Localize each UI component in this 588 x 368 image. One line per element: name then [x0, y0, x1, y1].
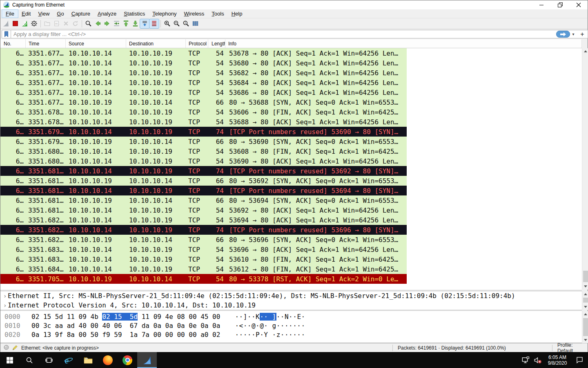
menu-file[interactable]: File	[2, 10, 18, 18]
capture-comment-icon[interactable]	[12, 345, 18, 352]
taskbar-file-explorer-button[interactable]	[78, 352, 98, 368]
capture-options-button[interactable]	[29, 19, 39, 28]
go-back-button[interactable]	[93, 19, 102, 28]
taskbar-search-button[interactable]	[20, 352, 39, 368]
scroll-down-button[interactable]	[582, 304, 588, 310]
taskbar-start-button[interactable]	[0, 352, 20, 368]
packet-row[interactable]: 6…3351.682…10.10.10.1910.10.10.14TCP6680…	[0, 235, 407, 245]
packet-row[interactable]: 6…3351.677…10.10.10.1410.10.10.19TCP5453…	[0, 58, 407, 68]
packet-row[interactable]: 6…3351.678…10.10.10.1410.10.10.19TCP5453…	[0, 117, 407, 127]
menu-capture[interactable]: Capture	[68, 10, 94, 18]
taskbar-chrome-button[interactable]	[118, 352, 137, 368]
packet-row[interactable]: 6…3351.677…10.10.10.1910.10.10.14TCP6680…	[0, 97, 407, 107]
hex-bytes[interactable]: 00 3c aa ad 40 00 40 06 67 da 0a 0a 0a 0…	[24, 322, 220, 330]
scrollbar-thumb[interactable]	[583, 271, 588, 282]
minimize-button[interactable]	[532, 0, 551, 9]
hex-bytes[interactable]: 02 15 5d 11 09 4b 02 15 5d 11 09 4e 08 0…	[24, 313, 220, 321]
menu-go[interactable]: Go	[53, 10, 67, 18]
column-header-no[interactable]: No.	[0, 39, 26, 48]
expand-chevron-icon[interactable]: ›	[0, 293, 8, 299]
menu-statistics[interactable]: Statistics	[120, 10, 149, 18]
zoom-original-button[interactable]: 1	[181, 19, 191, 28]
scroll-up-button[interactable]	[582, 311, 588, 317]
column-header-destination[interactable]: Destination	[126, 39, 186, 48]
packet-row[interactable]: 6…3351.682…10.10.10.1410.10.10.19TCP5453…	[0, 215, 407, 225]
hex-ascii[interactable]: ·<··@·@· g·······	[220, 322, 305, 330]
menu-telephony[interactable]: Telephony	[149, 10, 180, 18]
tray-volume-muted-icon[interactable]	[532, 357, 544, 364]
taskbar-firefox-button[interactable]	[98, 352, 118, 368]
zoom-in-button[interactable]	[163, 19, 172, 28]
menu-wireless[interactable]: Wireless	[180, 10, 208, 18]
colorize-button[interactable]	[149, 19, 159, 28]
filter-bookmark-button[interactable]	[2, 30, 11, 38]
column-header-length[interactable]: Length	[208, 39, 225, 48]
packet-list-scrollbar[interactable]	[582, 48, 588, 289]
resize-columns-button[interactable]	[191, 19, 200, 28]
packet-row[interactable]: 6…3351.681…10.10.10.1910.10.10.14TCP6680…	[0, 176, 407, 186]
go-bottom-button[interactable]	[131, 19, 140, 28]
taskbar-wireshark-button[interactable]	[137, 352, 157, 368]
packet-row[interactable]: 6…3351.681…10.10.10.1410.10.10.19TCP5453…	[0, 205, 407, 215]
packet-row[interactable]: 6…3351.677…10.10.10.1410.10.10.19TCP5453…	[0, 68, 407, 78]
filter-dropdown-caret[interactable]: ▾	[570, 30, 577, 38]
go-top-button[interactable]	[121, 19, 131, 28]
menu-analyze[interactable]: Analyze	[94, 10, 120, 18]
column-header-info[interactable]: Info	[225, 39, 582, 48]
hex-selected-bytes[interactable]: 02 15 5d	[102, 313, 138, 321]
packet-row[interactable]: 6…3351.681…10.10.10.1410.10.10.19TCP74[T…	[0, 166, 407, 176]
hex-bytes[interactable]: 0a 13 9f 8a 00 50 f9 59 1a 7a 00 00 00 0…	[24, 331, 220, 339]
go-forward-button[interactable]	[102, 19, 112, 28]
packet-row[interactable]: 6…3351.678…10.10.10.1410.10.10.19TCP5453…	[0, 107, 407, 117]
column-header-source[interactable]: Source	[66, 39, 126, 48]
expert-info-icon[interactable]	[4, 345, 9, 351]
detail-tree-row[interactable]: ›Internet Protocol Version 4, Src: 10.10…	[0, 301, 582, 310]
zoom-out-button[interactable]	[172, 19, 181, 28]
scroll-up-button[interactable]	[582, 48, 588, 54]
packet-row[interactable]: 6…3351.681…10.10.10.1910.10.10.14TCP6680…	[0, 195, 407, 205]
taskbar-task-view-button[interactable]	[39, 352, 59, 368]
add-filter-button[interactable]: +	[578, 30, 586, 38]
menu-tools[interactable]: Tools	[208, 10, 227, 18]
detail-tree-row[interactable]: ›Ethernet II, Src: MS-NLB-PhysServer-21_…	[0, 291, 582, 301]
packet-row[interactable]: 6…3351.677…10.10.10.1410.10.10.19TCP5453…	[0, 78, 407, 88]
close-button[interactable]	[569, 0, 588, 9]
packet-row[interactable]: 6…3351.677…10.10.10.1410.10.10.19TCP5453…	[0, 48, 407, 58]
packet-row[interactable]: 6…3351.683…10.10.10.1410.10.10.19TCP5453…	[0, 254, 407, 264]
capture-stop-button[interactable]	[11, 19, 20, 28]
column-header-time[interactable]: Time	[26, 39, 66, 48]
menu-help[interactable]: Help	[228, 10, 246, 18]
packet-row[interactable]: 6…3351.679…10.10.10.1410.10.10.19TCP74[T…	[0, 127, 407, 137]
packet-row[interactable]: 6…3351.681…10.10.10.1410.10.10.19TCP74[T…	[0, 186, 407, 195]
taskbar-clock[interactable]: 6:05 AM 9/8/2020	[544, 355, 571, 366]
action-center-button[interactable]	[571, 356, 588, 364]
ascii-selected-chars[interactable]: ·· ]	[260, 313, 276, 321]
expand-chevron-icon[interactable]: ›	[0, 302, 8, 309]
packet-row[interactable]: 6…3351.679…10.10.10.1910.10.10.14TCP6680…	[0, 137, 407, 146]
packet-row[interactable]: 6…3351.683…10.10.10.1410.10.10.19TCP5453…	[0, 245, 407, 254]
bytes-scrollbar[interactable]	[582, 311, 588, 343]
apply-filter-button[interactable]	[556, 31, 570, 38]
packet-row[interactable]: 6…3351.705…10.10.10.1910.10.10.14TCP5480…	[0, 274, 407, 284]
menu-edit[interactable]: Edit	[18, 10, 34, 18]
restore-button[interactable]	[551, 0, 569, 9]
auto-scroll-button[interactable]	[140, 19, 149, 28]
capture-restart-button[interactable]	[20, 19, 29, 28]
scrollbar-thumb[interactable]	[583, 298, 588, 303]
scrollbar-thumb[interactable]	[583, 318, 588, 336]
taskbar-internet-explorer-button[interactable]: e	[59, 352, 78, 368]
packet-row[interactable]: 6…3351.682…10.10.10.1410.10.10.19TCP74[T…	[0, 225, 407, 235]
scroll-down-button[interactable]	[582, 283, 588, 289]
go-to-packet-button[interactable]	[112, 19, 121, 28]
packet-row[interactable]: 6…3351.680…10.10.10.1410.10.10.19TCP5453…	[0, 156, 407, 166]
scroll-up-button[interactable]	[582, 291, 588, 297]
find-button[interactable]	[84, 19, 93, 28]
hex-ascii[interactable]: ··]··K·· ]··N··E·	[220, 313, 305, 321]
packet-row[interactable]: 6…3351.677…10.10.10.1410.10.10.19TCP5453…	[0, 88, 407, 97]
column-header-protocol[interactable]: Protocol	[186, 39, 208, 48]
details-scrollbar[interactable]	[582, 291, 588, 310]
packet-row[interactable]: 6…3351.684…10.10.10.1410.10.10.19TCP5453…	[0, 264, 407, 274]
packet-row[interactable]: 6…3351.680…10.10.10.1410.10.10.19TCP5453…	[0, 146, 407, 156]
display-filter-input[interactable]	[11, 30, 588, 38]
hex-ascii[interactable]: ·····P·Y ·z······	[220, 331, 305, 339]
